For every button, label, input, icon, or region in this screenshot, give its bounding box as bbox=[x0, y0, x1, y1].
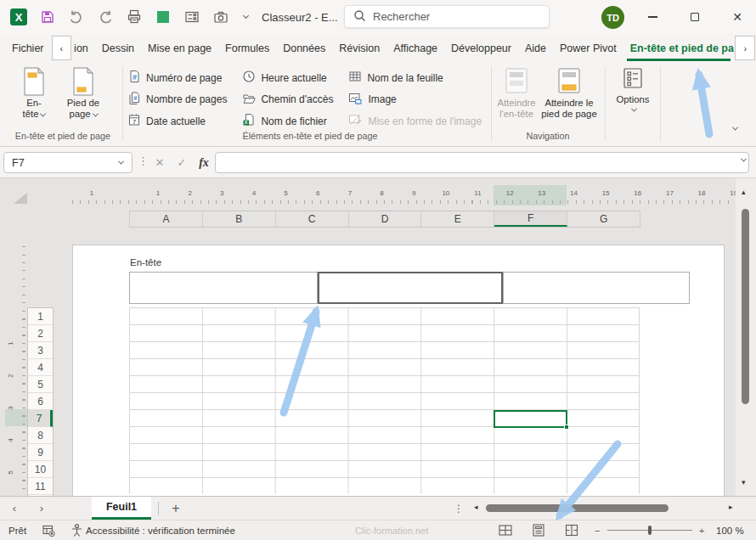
tab-formules[interactable]: Formules bbox=[218, 34, 276, 62]
macro-record-icon[interactable] bbox=[42, 523, 56, 537]
column-header-C[interactable]: C bbox=[276, 211, 349, 227]
minimize-button[interactable] bbox=[634, 0, 671, 34]
element-page-count[interactable]: #Nombre de pages bbox=[127, 89, 227, 111]
prev-sheet-button[interactable]: ‹ bbox=[0, 497, 29, 520]
header-button[interactable]: En- tête bbox=[12, 65, 56, 128]
scroll-right-icon[interactable]: ▸ bbox=[729, 503, 733, 511]
column-header-E[interactable]: E bbox=[421, 211, 494, 227]
tab-mise-en-page[interactable]: Mise en page bbox=[141, 34, 218, 62]
tab-aide[interactable]: Aide bbox=[518, 34, 553, 62]
element-file-path[interactable]: Chemin d'accès bbox=[242, 89, 333, 111]
element-current-time[interactable]: Heure actuelle bbox=[242, 67, 333, 89]
avatar[interactable]: TD bbox=[601, 6, 624, 29]
view-normal-icon[interactable] bbox=[498, 523, 512, 537]
header-center-section[interactable] bbox=[318, 272, 503, 304]
view-page-break-icon[interactable] bbox=[564, 523, 578, 537]
tab-ion[interactable]: ion bbox=[72, 34, 95, 62]
element-current-date[interactable]: 7Date actuelle bbox=[127, 110, 227, 132]
row-header-9[interactable]: 9 bbox=[28, 444, 53, 461]
header-left-section[interactable] bbox=[129, 272, 318, 304]
current-time-icon bbox=[242, 70, 256, 86]
row-header-4[interactable]: 4 bbox=[28, 359, 53, 376]
options-button[interactable]: Options bbox=[608, 67, 657, 127]
maximize-button[interactable] bbox=[676, 0, 714, 34]
element-file-name[interactable]: XNom de fichier bbox=[242, 110, 333, 132]
insert-function-button[interactable]: fx bbox=[194, 152, 214, 173]
redo-icon[interactable] bbox=[97, 8, 114, 25]
tab-fichier[interactable]: Fichier bbox=[5, 34, 51, 62]
accessibility-status[interactable]: Accessibilité : vérification terminée bbox=[86, 526, 235, 536]
save-icon[interactable] bbox=[39, 8, 56, 25]
column-header-D[interactable]: D bbox=[349, 211, 422, 227]
scroll-down-icon[interactable]: ▾ bbox=[742, 479, 746, 487]
vertical-scroll-thumb[interactable] bbox=[742, 209, 749, 404]
status-mode[interactable]: Prêt bbox=[8, 526, 26, 536]
row-header-5[interactable]: 5 bbox=[28, 376, 53, 393]
name-box-chevron[interactable] bbox=[118, 159, 124, 165]
tab-dessin[interactable]: Dessin bbox=[95, 34, 141, 62]
tab-power-pivot[interactable]: Power Pivot bbox=[553, 34, 623, 62]
formula-input[interactable] bbox=[215, 152, 749, 173]
fill-handle[interactable] bbox=[564, 425, 569, 430]
element-image-format: Mise en forme de l'image bbox=[348, 110, 482, 132]
customize-quick-access-chevron[interactable] bbox=[243, 13, 249, 19]
row-header-1[interactable]: 1 bbox=[28, 308, 53, 325]
tab-d-veloppeur[interactable]: Développeur bbox=[444, 34, 518, 62]
scroll-left-icon[interactable]: ◂ bbox=[474, 503, 478, 511]
tab-scroll-left-button[interactable]: ‹ bbox=[52, 36, 72, 60]
fill-color-icon[interactable] bbox=[155, 8, 172, 25]
zoom-slider-thumb[interactable] bbox=[648, 526, 652, 535]
vertical-scrollbar[interactable]: ▴ ▾ bbox=[736, 178, 756, 496]
column-header-A[interactable]: A bbox=[130, 211, 203, 227]
element-page-number[interactable]: #Numéro de page bbox=[127, 67, 227, 89]
search-box[interactable]: Rechercher bbox=[344, 5, 550, 28]
row-header-10[interactable]: 10 bbox=[28, 461, 53, 478]
footer-button[interactable]: Pied de page bbox=[61, 65, 105, 128]
row-header-2[interactable]: 2 bbox=[28, 325, 53, 342]
name-box[interactable]: F7 bbox=[3, 152, 133, 173]
undo-icon[interactable] bbox=[68, 8, 85, 25]
element-image[interactable]: Image bbox=[348, 89, 482, 111]
cell-grid[interactable] bbox=[129, 307, 640, 494]
tab-donn-es[interactable]: Données bbox=[276, 34, 332, 62]
row-header-3[interactable]: 3 bbox=[28, 342, 53, 359]
header-right-section[interactable] bbox=[503, 272, 690, 304]
zoom-level[interactable]: 100 % bbox=[716, 526, 744, 536]
enter-button[interactable]: ✓ bbox=[172, 152, 192, 173]
zoom-in-button[interactable]: + bbox=[699, 526, 705, 536]
row-header-8[interactable]: 8 bbox=[28, 427, 53, 444]
next-sheet-button[interactable]: › bbox=[29, 497, 54, 520]
sheet-tab-feuil1[interactable]: Feuil1 bbox=[92, 497, 151, 520]
column-headers: ABCDEFG bbox=[129, 211, 640, 228]
excel-logo-icon[interactable]: X bbox=[10, 8, 27, 25]
row-header-6[interactable]: 6 bbox=[28, 393, 53, 410]
tab-scroll-right-button[interactable]: › bbox=[735, 36, 755, 60]
close-button[interactable]: ✕ bbox=[719, 0, 756, 34]
cancel-button[interactable]: ✕ bbox=[150, 152, 170, 173]
tab-bar-dots[interactable]: ⋮ bbox=[454, 503, 464, 515]
add-sheet-button[interactable]: + bbox=[159, 497, 193, 520]
tab-affichage[interactable]: Affichage bbox=[386, 34, 444, 62]
camera-icon[interactable] bbox=[212, 8, 229, 25]
scroll-up-icon[interactable]: ▴ bbox=[742, 188, 746, 196]
minimize-icon bbox=[648, 16, 657, 17]
column-header-F[interactable]: F bbox=[494, 211, 567, 227]
zoom-slider[interactable] bbox=[607, 530, 692, 531]
row-header-7[interactable]: 7 bbox=[28, 410, 53, 427]
column-header-G[interactable]: G bbox=[567, 211, 640, 227]
tab-r-vision[interactable]: Révision bbox=[332, 34, 386, 62]
formula-bar-dots[interactable]: ⋮ bbox=[138, 155, 149, 167]
zoom-out-button[interactable]: − bbox=[595, 526, 601, 536]
column-header-B[interactable]: B bbox=[203, 211, 276, 227]
select-all-corner[interactable] bbox=[14, 193, 27, 204]
element-sheet-name[interactable]: Nom de la feuille bbox=[348, 67, 482, 89]
goto-footer-button[interactable]: Atteindre le pied de page bbox=[537, 65, 601, 128]
print-preview-icon[interactable] bbox=[126, 8, 143, 25]
view-page-layout-icon[interactable] bbox=[531, 523, 545, 537]
collapse-ribbon-chevron[interactable] bbox=[732, 125, 738, 131]
form-icon[interactable] bbox=[183, 8, 200, 25]
horizontal-scroll-thumb[interactable] bbox=[486, 504, 669, 512]
selected-cell-F7[interactable] bbox=[494, 410, 567, 428]
row-header-11[interactable]: 11 bbox=[28, 478, 53, 495]
tab-en-t-te-et-pied-de-pa[interactable]: En-tête et pied de pa bbox=[623, 34, 735, 62]
